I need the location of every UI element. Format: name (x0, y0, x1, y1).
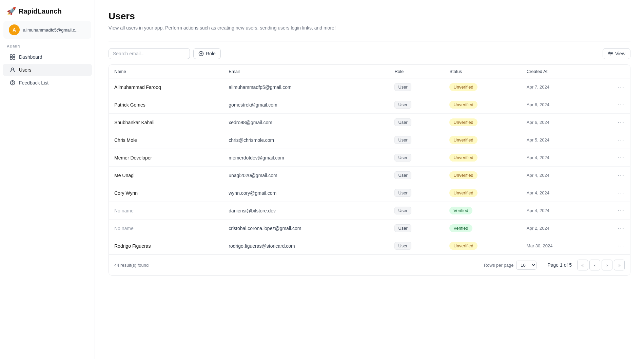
cell-created-at: Apr 6, 2024 (521, 114, 594, 131)
svg-point-4 (12, 68, 14, 70)
col-actions (594, 65, 630, 78)
col-created-at: Created At (521, 65, 594, 78)
table-row: Shubhankar Kahali xedro98@gmail.com User… (109, 114, 630, 131)
avatar: A (9, 24, 20, 35)
rows-per-page-select[interactable]: 10 20 50 100 (516, 261, 536, 270)
svg-rect-8 (609, 52, 610, 53)
cell-role: User (389, 131, 444, 149)
cell-name: Cory Wynn (109, 184, 223, 202)
cell-created-at: Mar 30, 2024 (521, 237, 594, 255)
row-actions-button[interactable]: ··· (594, 149, 630, 167)
cell-name: Patrick Gomes (109, 96, 223, 114)
cell-role: User (389, 237, 444, 255)
cell-created-at: Apr 4, 2024 (521, 149, 594, 167)
sidebar-item-feedback[interactable]: Feedback List (3, 77, 92, 89)
cell-email: unagi2020@gmail.com (223, 167, 389, 184)
svg-rect-3 (13, 57, 15, 59)
cell-created-at: Apr 4, 2024 (521, 184, 594, 202)
table-row: Memer Developer memerdotdev@gmail.com Us… (109, 149, 630, 167)
rows-per-page-control: Rows per page 10 20 50 100 (484, 261, 536, 270)
users-table: Name Email Role Status Created At Alimuh… (109, 64, 630, 276)
cell-name: Shubhankar Kahali (109, 114, 223, 131)
admin-section-label: ADMIN (0, 44, 95, 51)
cell-status: Unverified (444, 184, 521, 202)
table-row: No name cristobal.corona.lopez@gmail.com… (109, 220, 630, 237)
prev-page-button[interactable]: ‹ (589, 260, 600, 270)
view-button[interactable]: View (603, 48, 630, 59)
cell-status: Verified (444, 220, 521, 237)
cell-created-at: Apr 2, 2024 (521, 220, 594, 237)
cell-created-at: Apr 7, 2024 (521, 78, 594, 96)
cell-role: User (389, 220, 444, 237)
cell-email: alimuhammadfp5@gmail.com (223, 78, 389, 96)
row-actions-button[interactable]: ··· (594, 96, 630, 114)
cell-role: User (389, 114, 444, 131)
cell-name: Chris Mole (109, 131, 223, 149)
cell-status: Unverified (444, 78, 521, 96)
cell-status: Unverified (444, 96, 521, 114)
sidebar: 🚀 RapidLaunch A alimuhammadfc5@gmail.c..… (0, 0, 95, 359)
next-page-button[interactable]: › (602, 260, 612, 270)
app-name: RapidLaunch (19, 7, 62, 15)
cell-name: No name (109, 202, 223, 220)
cell-email: daniensi@bitstore.dev (223, 202, 389, 220)
cell-role: User (389, 202, 444, 220)
cell-role: User (389, 167, 444, 184)
sidebar-item-dashboard[interactable]: Dashboard (3, 51, 92, 63)
cell-status: Unverified (444, 237, 521, 255)
user-email: alimuhammadfc5@gmail.c... (23, 27, 79, 33)
cell-status: Unverified (444, 131, 521, 149)
cell-email: wynn.cory@gmail.com (223, 184, 389, 202)
svg-rect-1 (13, 55, 15, 57)
plus-circle-icon (198, 51, 204, 56)
row-actions-button[interactable]: ··· (594, 131, 630, 149)
divider (109, 41, 630, 41)
rows-per-page-label: Rows per page (484, 263, 513, 268)
user-icon (9, 67, 16, 73)
cell-created-at: Apr 4, 2024 (521, 167, 594, 184)
row-actions-button[interactable]: ··· (594, 202, 630, 220)
cell-status: Unverified (444, 149, 521, 167)
first-page-button[interactable]: « (577, 260, 588, 270)
svg-point-6 (13, 84, 13, 84)
view-button-label: View (615, 51, 625, 56)
row-actions-button[interactable]: ··· (594, 78, 630, 96)
cell-role: User (389, 96, 444, 114)
table-row: No name daniensi@bitstore.dev User Verif… (109, 202, 630, 220)
col-role: Role (389, 65, 444, 78)
row-actions-button[interactable]: ··· (594, 237, 630, 255)
role-filter-button[interactable]: Role (193, 48, 221, 59)
results-count: 44 result(s) found (114, 263, 484, 268)
cell-email: cristobal.corona.lopez@gmail.com (223, 220, 389, 237)
sidebar-item-dashboard-label: Dashboard (19, 54, 42, 60)
sidebar-item-feedback-label: Feedback List (19, 80, 48, 86)
cell-status: Unverified (444, 114, 521, 131)
cell-email: rodrigo.figueras@storicard.com (223, 237, 389, 255)
table-row: Rodrigo Figueras rodrigo.figueras@storic… (109, 237, 630, 255)
cell-status: Unverified (444, 167, 521, 184)
row-actions-button[interactable]: ··· (594, 167, 630, 184)
table-row: Alimuhammad Farooq alimuhammadfp5@gmail.… (109, 78, 630, 96)
view-icon (608, 51, 613, 56)
row-actions-button[interactable]: ··· (594, 184, 630, 202)
row-actions-button[interactable]: ··· (594, 220, 630, 237)
cell-name: No name (109, 220, 223, 237)
sidebar-item-users[interactable]: Users (3, 64, 92, 76)
user-account[interactable]: A alimuhammadfc5@gmail.c... (3, 21, 91, 39)
app-logo: 🚀 RapidLaunch (0, 0, 95, 21)
cell-email: chris@chrismole.com (223, 131, 389, 149)
cell-role: User (389, 184, 444, 202)
svg-rect-2 (10, 57, 12, 59)
main-content: Users View all users in your app. Perfor… (95, 0, 644, 359)
cell-role: User (389, 149, 444, 167)
cell-created-at: Apr 6, 2024 (521, 96, 594, 114)
toolbar: Role View (109, 48, 630, 59)
cell-email: gomestrek@gmail.com (223, 96, 389, 114)
table-header-row: Name Email Role Status Created At (109, 65, 630, 78)
role-button-label: Role (206, 51, 216, 56)
search-input[interactable] (109, 48, 190, 59)
last-page-button[interactable]: » (614, 260, 625, 270)
row-actions-button[interactable]: ··· (594, 114, 630, 131)
cell-created-at: Apr 5, 2024 (521, 131, 594, 149)
cell-name: Memer Developer (109, 149, 223, 167)
